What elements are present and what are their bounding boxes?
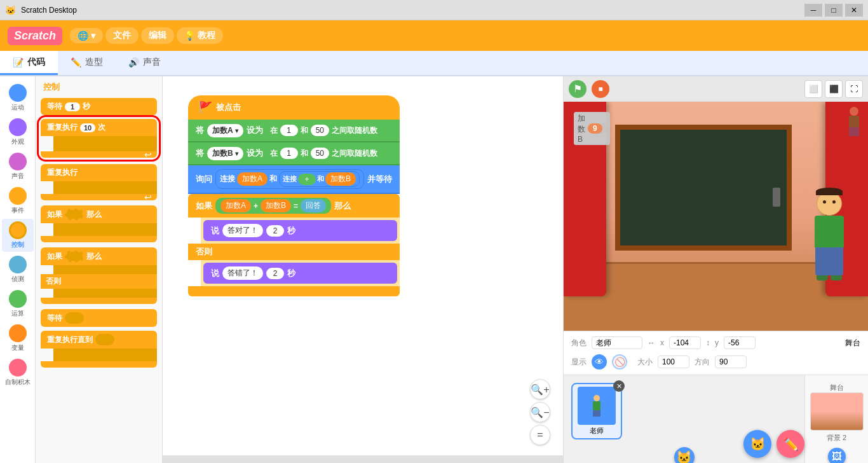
zoom-reset-button[interactable]: = — [530, 425, 550, 445]
add-backdrop-button[interactable]: 🖼 — [828, 448, 846, 463]
rand-a-end[interactable]: 50 — [311, 125, 329, 136]
tutorial-button[interactable]: 💡 教程 — [177, 27, 223, 44]
stage-static-label: 舞台 — [845, 338, 860, 349]
show-label: 显示 — [571, 357, 587, 368]
show-toggle[interactable]: 👁 — [592, 354, 607, 370]
costume-tab-icon: ✏️ — [71, 57, 81, 67]
cat-button[interactable]: 🐱 — [743, 430, 771, 458]
globe-button[interactable]: 🌐 ▾ — [70, 28, 103, 43]
forever-block-wrap: 重复执行 ↩ — [41, 164, 157, 200]
cat-icon: 🐱 — [750, 436, 766, 452]
tab-sound[interactable]: 🔊 声音 — [116, 51, 173, 75]
if-label: 如果 — [47, 209, 62, 220]
variables-label: 变量 — [11, 343, 24, 352]
hat-block[interactable]: 🚩 被点击 — [188, 95, 400, 120]
operators-label: 运算 — [11, 309, 24, 318]
sprite-x-input[interactable] — [669, 336, 701, 349]
if-answer: 回答 — [301, 199, 326, 212]
category-motion[interactable]: 运动 — [2, 81, 34, 114]
zoom-in-button[interactable]: 🔍+ — [530, 379, 550, 399]
repeat-input[interactable]: 10 — [80, 123, 95, 132]
set-b-block[interactable]: 将 加数B 设为 在 1 和 50 之间取随机数 — [188, 142, 400, 165]
minimize-button[interactable]: ─ — [804, 4, 822, 17]
operators-color — [9, 290, 27, 308]
repeat-bottom: ↩ — [41, 151, 157, 158]
repeat-block[interactable]: 重复执行 10 次 — [41, 119, 157, 136]
say-wrong-block[interactable]: 说 答错了！ 2 秒 — [203, 263, 397, 284]
set-b-prefix: 将 — [196, 148, 204, 159]
maximize-button[interactable]: □ — [825, 4, 843, 17]
if-block[interactable]: 如果 那么 — [41, 205, 157, 223]
stop-button[interactable]: ■ — [592, 80, 609, 98]
board-handle — [773, 188, 780, 207]
backdrop-thumb[interactable] — [810, 392, 864, 431]
horizontal-scrollbar[interactable] — [163, 455, 563, 463]
sprite-thumb-teacher[interactable]: ✕ 老师 — [571, 383, 622, 439]
wait-input[interactable]: 1 — [65, 102, 80, 111]
ghost-body — [849, 116, 859, 127]
if-condition-block[interactable]: 如果 加数A + 加数B = 回答 那么 — [188, 194, 400, 218]
if-else-block[interactable]: 如果 那么 — [41, 247, 157, 265]
category-events[interactable]: 事件 — [2, 184, 34, 218]
category-myblocks[interactable]: 自制积木 — [2, 356, 34, 389]
sensing-label: 侦测 — [11, 275, 24, 284]
category-operators[interactable]: 运算 — [2, 287, 34, 321]
say-correct-block[interactable]: 说 答对了！ 2 秒 — [203, 220, 397, 241]
scratch-logo: Scratch — [8, 27, 62, 45]
ask-block[interactable]: 询问 连接 加数A 和 连接 + 和 加数B 并等待 — [188, 165, 400, 194]
char-eye-right — [832, 200, 836, 204]
costume-button[interactable]: ✏️ — [776, 430, 804, 458]
menu-bar: Scratch 🌐 ▾ 文件 编辑 💡 教程 — [0, 20, 868, 51]
tab-code[interactable]: 📝 代码 — [0, 51, 58, 75]
script-canvas[interactable]: 🚩 被点击 将 加数A 设为 在 1 和 50 之间取随机数 将 加数B 设为 — [163, 76, 563, 463]
say-correct-text[interactable]: 答对了！ — [222, 224, 263, 237]
say-wrong-suffix: 秒 — [287, 268, 295, 279]
add-sprite-button[interactable]: 🐱 — [674, 447, 695, 463]
wait-block[interactable]: 等待 1 秒 — [41, 98, 157, 115]
category-variables[interactable]: 变量 — [2, 322, 34, 355]
big-view-button[interactable]: ⬛ — [825, 80, 843, 98]
normal-view-button[interactable]: ⬜ — [804, 80, 822, 98]
wait-suffix: 秒 — [83, 101, 90, 112]
else-label: 否则 — [196, 247, 212, 256]
edit-menu-button[interactable]: 编辑 — [141, 27, 174, 44]
forever-block[interactable]: 重复执行 — [41, 164, 157, 181]
zoom-out-button[interactable]: 🔍− — [530, 402, 550, 422]
var-b-dropdown[interactable]: 加数B — [207, 147, 243, 160]
category-sensing[interactable]: 侦测 — [2, 253, 34, 286]
say-correct-secs[interactable]: 2 — [266, 225, 284, 237]
random-a-block: 在 1 和 50 之间取随机数 — [266, 123, 381, 137]
sprite-size-input[interactable] — [658, 356, 689, 368]
sprite-y-input[interactable] — [724, 336, 756, 349]
rand-a-start[interactable]: 1 — [280, 125, 298, 136]
if-then-label: 那么 — [86, 209, 102, 220]
fullscreen-button[interactable]: ⛶ — [845, 80, 863, 98]
repeat-until-block[interactable]: 重复执行直到 — [41, 331, 157, 349]
else-divider: 否则 — [41, 274, 157, 289]
repeat-until-bottom — [41, 361, 157, 368]
category-control[interactable]: 控制 — [2, 219, 34, 252]
char-body — [815, 216, 844, 247]
rand-b-start[interactable]: 1 — [280, 148, 298, 159]
wait-until-block[interactable]: 等待 — [41, 309, 157, 327]
rand-b-end[interactable]: 50 — [311, 148, 329, 159]
char-shoe-left — [817, 275, 828, 280]
say-wrong-text[interactable]: 答错了！ — [222, 266, 263, 280]
sprite-delete-button[interactable]: ✕ — [613, 380, 625, 392]
close-button[interactable]: ✕ — [845, 4, 863, 17]
events-label: 事件 — [11, 206, 24, 215]
var-a-dropdown[interactable]: 加数A — [207, 124, 243, 137]
hide-toggle[interactable]: 🚫 — [612, 354, 627, 370]
tab-costume[interactable]: ✏️ 造型 — [58, 51, 116, 75]
add-sprite-icon: 🐱 — [676, 450, 692, 463]
say-wrong-secs[interactable]: 2 — [266, 268, 284, 279]
category-sound[interactable]: 声音 — [2, 150, 34, 183]
sprite-name-input[interactable] — [592, 336, 642, 349]
tutorial-label: 教程 — [198, 30, 215, 41]
set-a-block[interactable]: 将 加数A 设为 在 1 和 50 之间取随机数 — [188, 120, 400, 142]
green-flag-button[interactable]: ⚑ — [569, 80, 587, 98]
category-looks[interactable]: 外观 — [2, 116, 34, 149]
file-menu-button[interactable]: 文件 — [105, 27, 139, 44]
flag-icon: 🚩 — [198, 100, 212, 114]
sprite-direction-input[interactable] — [715, 356, 747, 368]
